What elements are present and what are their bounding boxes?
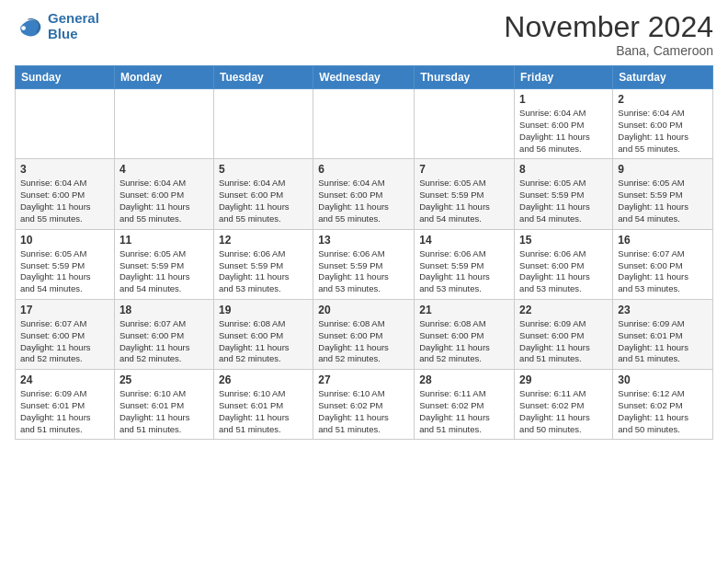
logo-icon bbox=[15, 12, 44, 41]
table-row: 2Sunrise: 6:04 AM Sunset: 6:00 PM Daylig… bbox=[613, 89, 713, 159]
day-number: 30 bbox=[618, 373, 708, 386]
day-number: 11 bbox=[119, 234, 209, 247]
table-row bbox=[16, 89, 115, 159]
table-row bbox=[313, 89, 415, 159]
day-info: Sunrise: 6:12 AM Sunset: 6:02 PM Dayligh… bbox=[618, 388, 708, 435]
table-row bbox=[415, 89, 515, 159]
header-sunday: Sunday bbox=[16, 66, 115, 89]
day-number: 17 bbox=[20, 304, 109, 316]
day-info: Sunrise: 6:11 AM Sunset: 6:02 PM Dayligh… bbox=[419, 388, 509, 435]
day-number: 8 bbox=[519, 163, 608, 176]
table-row: 29Sunrise: 6:11 AM Sunset: 6:02 PM Dayli… bbox=[515, 370, 613, 440]
table-row: 5Sunrise: 6:04 AM Sunset: 6:00 PM Daylig… bbox=[213, 159, 313, 229]
day-number: 2 bbox=[618, 93, 708, 106]
header-wednesday: Wednesday bbox=[313, 66, 415, 89]
day-info: Sunrise: 6:09 AM Sunset: 6:00 PM Dayligh… bbox=[519, 318, 608, 365]
table-row: 17Sunrise: 6:07 AM Sunset: 6:00 PM Dayli… bbox=[16, 299, 115, 369]
day-info: Sunrise: 6:08 AM Sunset: 6:00 PM Dayligh… bbox=[318, 318, 409, 365]
header-tuesday: Tuesday bbox=[213, 66, 313, 89]
table-row bbox=[213, 89, 313, 159]
header-friday: Friday bbox=[515, 66, 613, 89]
table-row: 21Sunrise: 6:08 AM Sunset: 6:00 PM Dayli… bbox=[415, 299, 515, 369]
day-info: Sunrise: 6:04 AM Sunset: 6:00 PM Dayligh… bbox=[618, 108, 708, 155]
calendar-table: Sunday Monday Tuesday Wednesday Thursday… bbox=[15, 65, 713, 440]
day-number: 22 bbox=[519, 304, 608, 316]
header-monday: Monday bbox=[114, 66, 213, 89]
day-number: 12 bbox=[219, 234, 308, 247]
day-info: Sunrise: 6:04 AM Sunset: 6:00 PM Dayligh… bbox=[219, 178, 308, 224]
day-number: 26 bbox=[219, 373, 308, 386]
day-info: Sunrise: 6:04 AM Sunset: 6:00 PM Dayligh… bbox=[318, 178, 409, 224]
table-row: 3Sunrise: 6:04 AM Sunset: 6:00 PM Daylig… bbox=[16, 159, 115, 229]
day-info: Sunrise: 6:10 AM Sunset: 6:01 PM Dayligh… bbox=[219, 388, 308, 435]
table-row: 22Sunrise: 6:09 AM Sunset: 6:00 PM Dayli… bbox=[515, 299, 613, 369]
day-info: Sunrise: 6:06 AM Sunset: 5:59 PM Dayligh… bbox=[219, 248, 308, 295]
table-row: 14Sunrise: 6:06 AM Sunset: 5:59 PM Dayli… bbox=[415, 229, 515, 299]
day-info: Sunrise: 6:05 AM Sunset: 5:59 PM Dayligh… bbox=[519, 178, 608, 224]
day-number: 6 bbox=[318, 163, 409, 176]
day-info: Sunrise: 6:11 AM Sunset: 6:02 PM Dayligh… bbox=[519, 388, 608, 435]
table-row: 10Sunrise: 6:05 AM Sunset: 5:59 PM Dayli… bbox=[16, 229, 115, 299]
day-number: 5 bbox=[219, 163, 308, 176]
day-number: 21 bbox=[419, 304, 509, 316]
day-number: 24 bbox=[20, 373, 109, 386]
table-row: 27Sunrise: 6:10 AM Sunset: 6:02 PM Dayli… bbox=[313, 370, 415, 440]
calendar-header-row: Sunday Monday Tuesday Wednesday Thursday… bbox=[16, 66, 713, 89]
header-saturday: Saturday bbox=[613, 66, 713, 89]
table-row bbox=[114, 89, 213, 159]
table-row: 28Sunrise: 6:11 AM Sunset: 6:02 PM Dayli… bbox=[415, 370, 515, 440]
table-row: 13Sunrise: 6:06 AM Sunset: 5:59 PM Dayli… bbox=[313, 229, 415, 299]
day-number: 7 bbox=[419, 163, 509, 176]
page: General Blue November 2024 Bana, Cameroo… bbox=[0, 0, 728, 563]
day-number: 3 bbox=[20, 163, 109, 176]
calendar-week-row: 10Sunrise: 6:05 AM Sunset: 5:59 PM Dayli… bbox=[16, 229, 713, 299]
logo-line2: Blue bbox=[48, 27, 99, 42]
day-number: 1 bbox=[519, 93, 608, 106]
svg-point-1 bbox=[21, 26, 26, 30]
table-row: 18Sunrise: 6:07 AM Sunset: 6:00 PM Dayli… bbox=[114, 299, 213, 369]
table-row: 4Sunrise: 6:04 AM Sunset: 6:00 PM Daylig… bbox=[114, 159, 213, 229]
day-number: 28 bbox=[419, 373, 509, 386]
day-info: Sunrise: 6:08 AM Sunset: 6:00 PM Dayligh… bbox=[219, 318, 308, 365]
table-row: 6Sunrise: 6:04 AM Sunset: 6:00 PM Daylig… bbox=[313, 159, 415, 229]
day-number: 29 bbox=[519, 373, 608, 386]
title-block: November 2024 Bana, Cameroon bbox=[504, 11, 713, 58]
table-row: 20Sunrise: 6:08 AM Sunset: 6:00 PM Dayli… bbox=[313, 299, 415, 369]
calendar-week-row: 3Sunrise: 6:04 AM Sunset: 6:00 PM Daylig… bbox=[16, 159, 713, 229]
calendar-week-row: 1Sunrise: 6:04 AM Sunset: 6:00 PM Daylig… bbox=[16, 89, 713, 159]
day-info: Sunrise: 6:04 AM Sunset: 6:00 PM Dayligh… bbox=[20, 178, 109, 224]
day-info: Sunrise: 6:09 AM Sunset: 6:01 PM Dayligh… bbox=[20, 388, 109, 435]
day-info: Sunrise: 6:06 AM Sunset: 5:59 PM Dayligh… bbox=[419, 248, 509, 295]
table-row: 15Sunrise: 6:06 AM Sunset: 6:00 PM Dayli… bbox=[515, 229, 613, 299]
table-row: 8Sunrise: 6:05 AM Sunset: 5:59 PM Daylig… bbox=[515, 159, 613, 229]
table-row: 7Sunrise: 6:05 AM Sunset: 5:59 PM Daylig… bbox=[415, 159, 515, 229]
day-info: Sunrise: 6:05 AM Sunset: 5:59 PM Dayligh… bbox=[419, 178, 509, 224]
day-number: 15 bbox=[519, 234, 608, 247]
day-number: 18 bbox=[119, 304, 209, 316]
day-number: 10 bbox=[20, 234, 109, 247]
day-info: Sunrise: 6:04 AM Sunset: 6:00 PM Dayligh… bbox=[119, 178, 209, 224]
table-row: 16Sunrise: 6:07 AM Sunset: 6:00 PM Dayli… bbox=[613, 229, 713, 299]
day-info: Sunrise: 6:10 AM Sunset: 6:01 PM Dayligh… bbox=[119, 388, 209, 435]
month-title: November 2024 bbox=[504, 11, 713, 43]
day-number: 9 bbox=[618, 163, 708, 176]
day-info: Sunrise: 6:09 AM Sunset: 6:01 PM Dayligh… bbox=[618, 318, 708, 365]
day-info: Sunrise: 6:05 AM Sunset: 5:59 PM Dayligh… bbox=[618, 178, 708, 224]
calendar-week-row: 24Sunrise: 6:09 AM Sunset: 6:01 PM Dayli… bbox=[16, 370, 713, 440]
table-row: 26Sunrise: 6:10 AM Sunset: 6:01 PM Dayli… bbox=[213, 370, 313, 440]
day-info: Sunrise: 6:10 AM Sunset: 6:02 PM Dayligh… bbox=[318, 388, 409, 435]
location: Bana, Cameroon bbox=[504, 43, 713, 58]
day-info: Sunrise: 6:08 AM Sunset: 6:00 PM Dayligh… bbox=[419, 318, 509, 365]
table-row: 19Sunrise: 6:08 AM Sunset: 6:00 PM Dayli… bbox=[213, 299, 313, 369]
day-number: 13 bbox=[318, 234, 409, 247]
day-info: Sunrise: 6:04 AM Sunset: 6:00 PM Dayligh… bbox=[519, 108, 608, 155]
table-row: 1Sunrise: 6:04 AM Sunset: 6:00 PM Daylig… bbox=[515, 89, 613, 159]
table-row: 9Sunrise: 6:05 AM Sunset: 5:59 PM Daylig… bbox=[613, 159, 713, 229]
day-info: Sunrise: 6:05 AM Sunset: 5:59 PM Dayligh… bbox=[119, 248, 209, 295]
table-row: 30Sunrise: 6:12 AM Sunset: 6:02 PM Dayli… bbox=[613, 370, 713, 440]
day-info: Sunrise: 6:07 AM Sunset: 6:00 PM Dayligh… bbox=[618, 248, 708, 295]
day-number: 27 bbox=[318, 373, 409, 386]
table-row: 23Sunrise: 6:09 AM Sunset: 6:01 PM Dayli… bbox=[613, 299, 713, 369]
header: General Blue November 2024 Bana, Cameroo… bbox=[15, 11, 713, 58]
table-row: 24Sunrise: 6:09 AM Sunset: 6:01 PM Dayli… bbox=[16, 370, 115, 440]
